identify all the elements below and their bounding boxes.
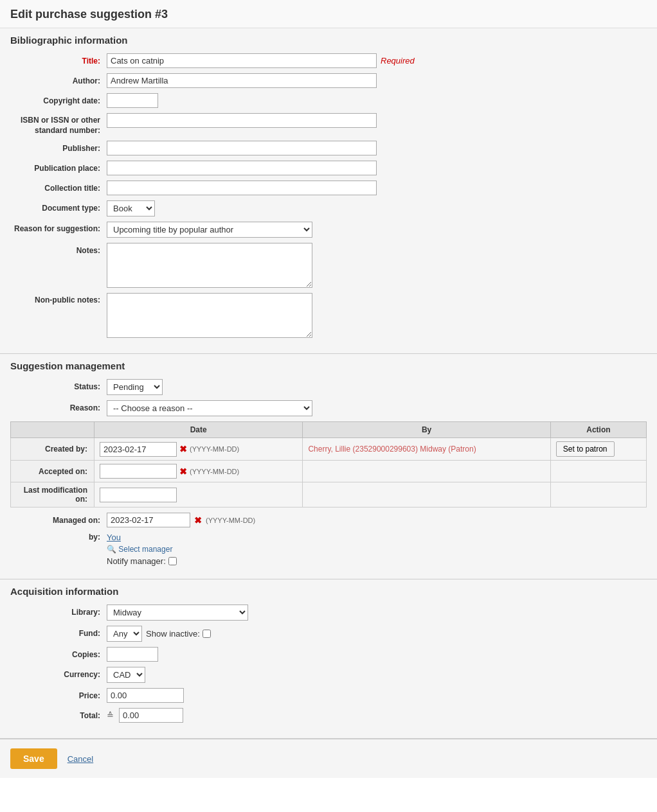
- accepted-on-date-hint: (YYYY-MM-DD): [190, 468, 239, 475]
- non-public-notes-row: Non-public notes:: [10, 293, 647, 338]
- created-by-action-cell: Set to patron: [550, 438, 646, 461]
- save-button[interactable]: Save: [10, 748, 57, 769]
- last-mod-date-input[interactable]: [100, 488, 177, 502]
- notes-label: Notes:: [10, 243, 107, 256]
- copyright-input[interactable]: [107, 93, 158, 108]
- required-indicator: Required: [381, 56, 415, 66]
- notes-textarea[interactable]: [107, 243, 312, 288]
- managed-on-label: Managed on:: [10, 513, 107, 526]
- fund-select[interactable]: Any: [107, 626, 142, 642]
- created-by-by-cell: Cherry, Lillie (23529000299603) Midway (…: [303, 438, 550, 461]
- last-mod-action-cell: [550, 482, 646, 508]
- suggestion-heading: Suggestion management: [10, 360, 647, 371]
- doc-type-select[interactable]: Book CD DVD Journal Other: [107, 200, 155, 216]
- currency-select[interactable]: CAD USD EUR GBP: [107, 667, 145, 683]
- select-manager-link[interactable]: 🔍 Select manager: [107, 545, 177, 554]
- cancel-button[interactable]: Cancel: [68, 754, 93, 764]
- copies-label: Copies:: [10, 647, 107, 660]
- accepted-on-date-input[interactable]: [100, 464, 177, 479]
- managed-on-date-clear[interactable]: ✖: [194, 515, 202, 525]
- search-icon: 🔍: [107, 545, 116, 554]
- you-link[interactable]: You: [107, 533, 177, 542]
- notify-manager-checkbox[interactable]: [168, 557, 177, 565]
- suggestion-management-section: Suggestion management Status: Pending Ac…: [0, 354, 657, 579]
- managed-on-row: Managed on: ✖ (YYYY-MM-DD): [10, 513, 647, 527]
- notify-manager-label: Notify manager:: [107, 556, 166, 566]
- biblio-heading: Bibliographic information: [10, 35, 647, 46]
- created-by-patron: Cherry, Lillie (23529000299603) Midway (…: [308, 445, 476, 454]
- table-col-by: By: [303, 422, 550, 438]
- status-select[interactable]: Pending Accepted Rejected Ordered: [107, 379, 163, 395]
- price-input[interactable]: [107, 688, 184, 703]
- collection-label: Collection title:: [10, 181, 107, 194]
- currency-row: Currency: CAD USD EUR GBP: [10, 667, 647, 683]
- author-input[interactable]: [107, 73, 377, 88]
- collection-input[interactable]: [107, 181, 377, 195]
- last-mod-label: Last modification on:: [11, 482, 94, 508]
- title-label: Title:: [10, 53, 107, 67]
- isbn-label: ISBN or ISSN or other standard number:: [10, 113, 107, 136]
- last-mod-date-cell: [94, 482, 303, 508]
- created-by-label: Created by:: [11, 438, 94, 461]
- library-row: Library: Midway Central North Branch: [10, 605, 647, 621]
- biblio-section: Bibliographic information Title: Require…: [0, 28, 657, 354]
- copies-input[interactable]: [107, 647, 158, 662]
- collection-row: Collection title:: [10, 181, 647, 195]
- non-public-notes-label: Non-public notes:: [10, 293, 107, 306]
- mgmt-reason-select[interactable]: -- Choose a reason -- Already owned Not …: [107, 400, 312, 416]
- select-manager-label: Select manager: [118, 545, 172, 554]
- publisher-row: Publisher:: [10, 141, 647, 155]
- managed-on-date-hint: (YYYY-MM-DD): [206, 516, 255, 524]
- mgmt-reason-row: Reason: -- Choose a reason -- Already ow…: [10, 400, 647, 416]
- pub-place-label: Publication place:: [10, 161, 107, 174]
- accepted-on-by-cell: [303, 461, 550, 482]
- accepted-on-action-cell: [550, 461, 646, 482]
- total-row: Total: ≙: [10, 708, 647, 723]
- table-row: Accepted on: ✖ (YYYY-MM-DD): [11, 461, 647, 482]
- table-row: Last modification on:: [11, 482, 647, 508]
- management-table: Date By Action Created by: ✖ (YYYY-MM-DD…: [10, 421, 647, 508]
- publisher-input[interactable]: [107, 141, 377, 155]
- last-mod-by-cell: [303, 482, 550, 508]
- pub-place-input[interactable]: [107, 161, 377, 175]
- set-to-patron-button[interactable]: Set to patron: [556, 441, 615, 457]
- acquisition-heading: Acquisition information: [10, 586, 647, 597]
- isbn-row: ISBN or ISSN or other standard number:: [10, 113, 647, 136]
- created-by-date-cell: ✖ (YYYY-MM-DD): [94, 438, 303, 461]
- copyright-row: Copyright date:: [10, 93, 647, 108]
- table-col-action: Action: [550, 422, 646, 438]
- price-row: Price:: [10, 688, 647, 703]
- show-inactive-checkbox[interactable]: [203, 630, 211, 638]
- publisher-label: Publisher:: [10, 141, 107, 154]
- created-by-date-clear[interactable]: ✖: [179, 444, 187, 454]
- title-input[interactable]: [107, 53, 377, 68]
- bottom-bar: Save Cancel: [0, 739, 657, 778]
- created-by-date-input[interactable]: [100, 442, 177, 457]
- doc-type-row: Document type: Book CD DVD Journal Other: [10, 200, 647, 216]
- currency-label: Currency:: [10, 667, 107, 680]
- page-title: Edit purchase suggestion #3: [0, 0, 657, 28]
- managed-by-row: by: You 🔍 Select manager Notify manager:: [10, 533, 647, 566]
- notify-manager-row: Notify manager:: [107, 556, 177, 566]
- accepted-on-date-cell: ✖ (YYYY-MM-DD): [94, 461, 303, 482]
- reason-suggestion-row: Reason for suggestion: Upcoming title by…: [10, 222, 647, 238]
- author-row: Author:: [10, 73, 647, 88]
- library-select[interactable]: Midway Central North Branch: [107, 605, 248, 621]
- title-row: Title: Required: [10, 53, 647, 68]
- accepted-on-label: Accepted on:: [11, 461, 94, 482]
- doc-type-label: Document type:: [10, 200, 107, 214]
- copies-row: Copies:: [10, 647, 647, 662]
- status-label: Status:: [10, 379, 107, 393]
- fund-row: Fund: Any Show inactive:: [10, 626, 647, 642]
- isbn-input[interactable]: [107, 113, 377, 128]
- by-label: by:: [10, 533, 107, 542]
- reason-suggestion-select[interactable]: Upcoming title by popular author Patron …: [107, 222, 312, 238]
- total-input: [119, 708, 183, 723]
- author-label: Author:: [10, 73, 107, 87]
- created-by-date-hint: (YYYY-MM-DD): [190, 445, 239, 453]
- table-col-date: Date: [94, 422, 303, 438]
- managed-on-date-input[interactable]: [107, 513, 190, 527]
- accepted-on-date-clear[interactable]: ✖: [179, 466, 187, 477]
- status-row: Status: Pending Accepted Rejected Ordere…: [10, 379, 647, 395]
- non-public-notes-textarea[interactable]: [107, 293, 312, 338]
